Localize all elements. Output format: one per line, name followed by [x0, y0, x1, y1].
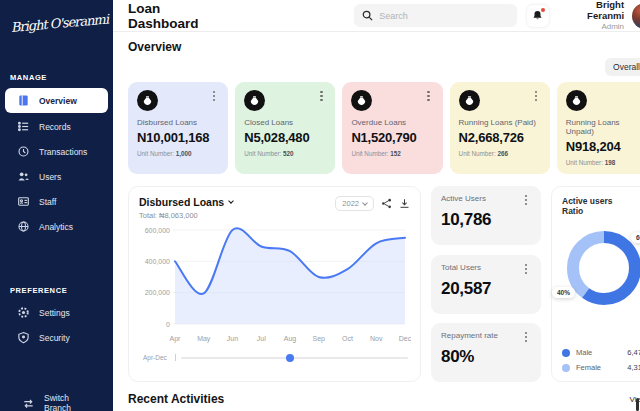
- sidebar-item-switch-branch[interactable]: Switch Branch: [10, 388, 103, 411]
- sidebar-item-staff[interactable]: Staff: [5, 190, 108, 213]
- card-amount: N1,520,790: [351, 130, 433, 145]
- stat-label: Total Users: [441, 263, 481, 272]
- sidebar-item-label: Security: [39, 333, 70, 343]
- slider-track[interactable]: [181, 357, 408, 359]
- stat-label: Active Users: [441, 194, 486, 203]
- card-menu-button[interactable]: [424, 90, 434, 102]
- sidebar-item-overview[interactable]: Overview: [5, 88, 108, 113]
- sidebar-item-records[interactable]: Records: [5, 115, 108, 138]
- card-amount: N2,668,726: [459, 130, 541, 145]
- card-amount: N10,001,168: [137, 130, 219, 145]
- main-area: Loan Dashboard Bright Feranmi Admin: [113, 0, 640, 411]
- area-fill: [175, 228, 405, 324]
- chart-total: Total: ₦8,063,000: [139, 211, 233, 220]
- search-icon: [362, 10, 373, 21]
- globe-icon: [17, 220, 30, 233]
- card-amount: N5,028,480: [244, 130, 326, 145]
- male-pct-badge: 60%: [631, 232, 640, 243]
- card-running-loans-unpaid: Running Loans Unpaid) N918,204 Unit Numb…: [557, 82, 640, 174]
- unit-number: Unit Number: 1,000: [137, 150, 219, 157]
- switch-icon: [22, 397, 35, 410]
- card-label: Running Loans (Paid): [459, 118, 541, 127]
- ratio-menu-button[interactable]: [636, 196, 640, 208]
- sidebar-item-label: Settings: [39, 308, 70, 318]
- id-card-icon: [17, 195, 30, 208]
- sidebar-item-security[interactable]: Security: [5, 326, 108, 349]
- female-legend-dot: [562, 364, 570, 372]
- stat-menu-button[interactable]: [521, 263, 531, 275]
- range-label: Apr-Dec: [143, 354, 167, 361]
- money-bag-icon: [566, 90, 587, 111]
- sidebar-item-label: Staff: [39, 197, 56, 207]
- overall-filter-button[interactable]: Overall: [605, 58, 640, 76]
- card-label: Closed Loans: [244, 118, 326, 127]
- money-bag-icon: [351, 90, 372, 111]
- scrollbar-thumb[interactable]: [636, 398, 639, 411]
- notifications-button[interactable]: [527, 5, 549, 27]
- unit-number: Unit Number: 266: [459, 150, 541, 157]
- clock-icon: [17, 145, 30, 158]
- year-filter-button[interactable]: 2022: [335, 196, 374, 211]
- app-root: Bright O'seranmi MANAGE Overview Records: [0, 0, 640, 411]
- sidebar-item-settings[interactable]: Settings: [5, 301, 108, 324]
- search-input[interactable]: [379, 11, 509, 21]
- stat-menu-button[interactable]: [521, 331, 531, 343]
- legend-value: 6,472: [627, 348, 640, 357]
- overview-heading: Overview: [128, 40, 640, 54]
- donut-legend: Male 6,472 Female 4,314: [562, 342, 640, 372]
- list-icon: [17, 120, 30, 133]
- brand-signature-logo: Bright O'seranmi: [0, 0, 114, 36]
- card-label: Running Loans Unpaid): [566, 118, 640, 136]
- card-closed-loans: Closed Loans N5,028,480 Unit Number: 520: [235, 82, 335, 174]
- disbursed-loans-chart-card: Disbursed Loans Total: ₦8,063,000 2022: [128, 186, 421, 382]
- card-disbursed-loans: Disbursed Loans N10,001,168 Unit Number:…: [128, 82, 228, 174]
- sidebar-item-users[interactable]: Users: [5, 165, 108, 188]
- card-menu-button[interactable]: [209, 90, 219, 102]
- sidebar-item-analytics[interactable]: Analytics: [5, 215, 108, 238]
- donut-chart: 60% 40%: [562, 226, 640, 314]
- recent-activities-heading: Recent Activities: [128, 392, 224, 406]
- sidebar-item-label: Users: [39, 172, 61, 182]
- y-tick-label: 600,000: [145, 227, 170, 234]
- slider-handle[interactable]: [286, 354, 294, 362]
- stat-menu-button[interactable]: [521, 194, 531, 206]
- card-menu-button[interactable]: [531, 90, 541, 102]
- stat-value: 10,786: [441, 210, 531, 230]
- repayment-rate-card: Repayment rate 80%: [431, 323, 541, 382]
- user-name: Bright Feranmi: [557, 0, 624, 22]
- legend-label: Female: [576, 363, 601, 372]
- legend-row-male: Male 6,472: [562, 348, 640, 357]
- notification-dot: [541, 8, 545, 12]
- sidebar-item-transactions[interactable]: Transactions: [5, 140, 108, 163]
- unit-number: Unit Number: 198: [566, 159, 640, 166]
- top-bar: Loan Dashboard Bright Feranmi Admin: [113, 0, 640, 32]
- slider-tick: [175, 354, 176, 361]
- sidebar-item-label: Transactions: [39, 147, 87, 157]
- share-icon[interactable]: [381, 198, 392, 209]
- overall-filter-label: Overall: [613, 62, 640, 72]
- download-icon[interactable]: [399, 198, 410, 209]
- ratio-title: Active users Ratio: [562, 196, 636, 216]
- card-overdue-loans: Overdue Loans N1,520,790 Unit Number: 15…: [342, 82, 442, 174]
- y-tick-label: 200,000: [145, 289, 170, 296]
- stats-column: Active Users 10,786 Total Users 20,587: [431, 186, 541, 382]
- unit-number: Unit Number: 520: [244, 150, 326, 157]
- money-bag-icon: [459, 90, 480, 111]
- chart-title: Disbursed Loans: [139, 196, 224, 208]
- card-label: Disbursed Loans: [137, 118, 219, 127]
- gear-icon: [17, 306, 30, 319]
- legend-label: Male: [576, 348, 592, 357]
- sidebar-item-label: Switch Branch: [44, 393, 97, 411]
- card-amount: N918,204: [566, 139, 640, 154]
- active-users-card: Active Users 10,786: [431, 186, 541, 245]
- male-legend-dot: [562, 349, 570, 357]
- active-users-ratio-card: Active users Ratio 60% 40%: [551, 186, 640, 382]
- chart-title-dropdown[interactable]: Disbursed Loans: [139, 196, 233, 208]
- card-menu-button[interactable]: [316, 90, 326, 102]
- stat-label: Repayment rate: [441, 331, 498, 340]
- x-tick-label: Apr: [170, 335, 182, 343]
- book-icon: [17, 94, 30, 107]
- x-tick-label: Oct: [342, 335, 353, 342]
- x-tick-label: Sep: [313, 335, 326, 343]
- avatar[interactable]: [632, 3, 640, 29]
